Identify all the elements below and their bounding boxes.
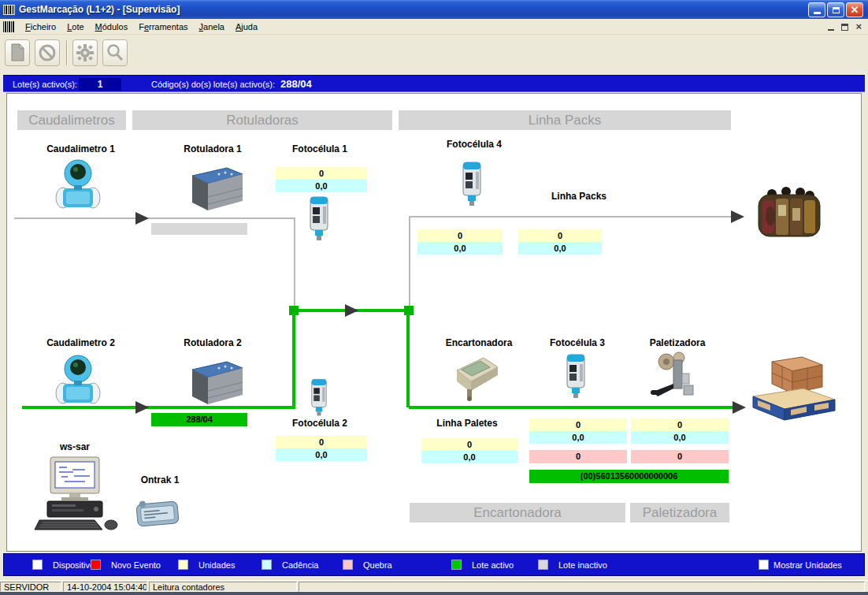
legend-bar: Dispositivo Novo Evento Unidades Cadênci…	[3, 553, 865, 576]
units-value: 0	[276, 167, 367, 180]
app-barcode-icon	[3, 5, 15, 15]
cadence-value: 0,0	[518, 242, 602, 255]
label-paletizadora: Paletizadora	[634, 337, 721, 348]
legend-item-lote-inactivo: Lote inactivo	[538, 560, 607, 570]
label-fotocelula-4: Fotocélula 4	[435, 139, 514, 150]
fotocelula-3-sensor-icon[interactable]	[562, 351, 589, 403]
section-header-encartonadora: Encartonadora	[410, 503, 625, 522]
rotuladora2-lot-bar: 288/04	[151, 413, 247, 426]
cadence-value: 0,0	[276, 448, 367, 461]
six-pack-product-image	[755, 184, 824, 244]
counter-linha-packs-a: 0 0,0	[417, 229, 503, 255]
close-button[interactable]: ✕	[846, 2, 863, 17]
label-linha-paletes: Linha Paletes	[424, 418, 510, 429]
legend-item-novo-evento: Novo Evento	[91, 560, 161, 570]
legend-item-unidades: Unidades	[178, 560, 235, 570]
new-document-button[interactable]	[5, 39, 30, 66]
status-bar: SERVIDOR 14-10-2004 15:04:40 Leitura con…	[0, 580, 868, 592]
search-button[interactable]	[102, 39, 128, 66]
break-value: 0	[529, 450, 627, 463]
legend-item-quebra: Quebra	[343, 560, 392, 570]
caudalimetro-1-flowmeter-icon[interactable]	[55, 156, 101, 213]
label-caudalimetro-2: Caudalimetro 2	[32, 337, 130, 348]
fotocelula-2-sensor-icon[interactable]	[307, 377, 331, 421]
counter-linha-packs-b: 0 0,0	[518, 229, 602, 255]
fotocelula-4-sensor-icon[interactable]	[458, 159, 485, 211]
minimize-icon	[814, 12, 821, 14]
paletes-flow-arrow	[733, 401, 746, 414]
legend-item-cadencia: Cadência	[262, 560, 318, 570]
cancel-button[interactable]	[35, 39, 60, 66]
legend-swatch-quebra	[343, 560, 353, 570]
line1-drop	[294, 218, 295, 307]
pallet-product-image	[748, 355, 840, 430]
units-value: 0	[631, 418, 729, 431]
menu-ajuda[interactable]: Ajuda	[230, 20, 263, 34]
packs-conveyor	[409, 216, 736, 218]
show-units-toggle[interactable]: Mostrar Unidades	[759, 560, 842, 570]
cadence-value: 0,0	[417, 242, 503, 255]
mdi-minimize-button[interactable]	[828, 29, 834, 31]
legend-swatch-dispositivo	[32, 560, 43, 570]
label-fotocelula-3: Fotocélula 3	[534, 337, 621, 348]
label-rotuladora-1: Rotuladora 1	[165, 143, 260, 154]
rotuladora-2-machine-icon[interactable]	[187, 359, 246, 408]
legend-item-dispositivo: Dispositivo	[32, 560, 95, 570]
break-value: 0	[631, 450, 729, 463]
label-fotocelula-1: Fotocélula 1	[273, 143, 367, 154]
paletes-conveyor	[409, 406, 737, 409]
paletizadora-machine-icon[interactable]	[649, 350, 701, 405]
units-value: 0	[421, 438, 517, 451]
gear-icon	[76, 43, 95, 62]
toolbar-separator	[66, 40, 68, 65]
units-value: 0	[529, 418, 627, 431]
menu-modulos[interactable]: Módulos	[90, 20, 134, 34]
section-header-linha-packs: Linha Packs	[399, 110, 731, 130]
counter-fotocelula-1: 0 0,0	[276, 167, 367, 192]
status-datetime: 14-10-2004 15:04:40	[63, 582, 147, 592]
line1-conveyor	[14, 218, 295, 219]
menu-lote[interactable]: Lote	[61, 20, 89, 34]
label-ws-sar: ws-sar	[47, 441, 102, 452]
line2-flow-arrow	[135, 401, 149, 414]
restore-button[interactable]	[827, 2, 844, 17]
section-header-rotuladoras: Rotuladoras	[132, 110, 392, 130]
menu-janela[interactable]: Janela	[194, 20, 230, 34]
show-units-checkbox[interactable]	[759, 560, 769, 570]
active-lots-value: 1	[79, 78, 121, 91]
settings-button[interactable]	[72, 39, 98, 66]
status-activity: Leitura contadores	[149, 582, 297, 592]
ontrak-1-io-module-icon[interactable]	[134, 493, 181, 533]
mdi-close-button[interactable]: ×	[855, 22, 862, 32]
line2-riser	[292, 314, 295, 407]
counter-fotocelula-3: 0 0,0 0	[529, 418, 627, 463]
section-header-paletizadora: Paletizadora	[630, 503, 729, 522]
show-units-label: Mostrar Unidades	[773, 560, 842, 570]
restore-icon	[833, 7, 840, 13]
ws-sar-workstation-icon[interactable]	[33, 456, 120, 536]
cancel-icon	[38, 43, 57, 62]
cadence-value: 0,0	[631, 431, 729, 444]
counter-fotocelula-2: 0 0,0	[276, 436, 367, 461]
active-lots-bar: Lote(s) activo(s): 1 Código(s) do(s) lot…	[3, 75, 865, 92]
rotuladora-1-machine-icon[interactable]	[187, 165, 246, 214]
legend-swatch-novo-evento	[91, 560, 101, 570]
new-document-icon	[9, 43, 25, 62]
counter-paletizadora: 0 0,0 0	[631, 418, 729, 463]
toolbar	[0, 35, 868, 75]
menu-ferramentas[interactable]: Ferramentas	[133, 20, 193, 34]
menu-bar: Ficheiro Lote Módulos Ferramentas Janela…	[0, 19, 868, 35]
units-value: 0	[276, 436, 367, 448]
fotocelula-1-sensor-icon[interactable]	[306, 194, 332, 246]
mdi-restore-button[interactable]	[841, 24, 848, 31]
label-rotuladora-2: Rotuladora 2	[165, 337, 260, 348]
menu-ficheiro[interactable]: Ficheiro	[20, 20, 61, 34]
units-value: 0	[518, 229, 602, 242]
minimize-button[interactable]	[808, 2, 825, 17]
active-lot-codes-value: 288/04	[280, 78, 312, 90]
encartonadora-machine-icon[interactable]	[449, 351, 504, 405]
window-bottom-edge	[0, 592, 868, 595]
units-value: 0	[417, 229, 503, 242]
packs-flow-arrow	[731, 210, 744, 223]
caudalimetro-2-flowmeter-icon[interactable]	[55, 351, 101, 408]
